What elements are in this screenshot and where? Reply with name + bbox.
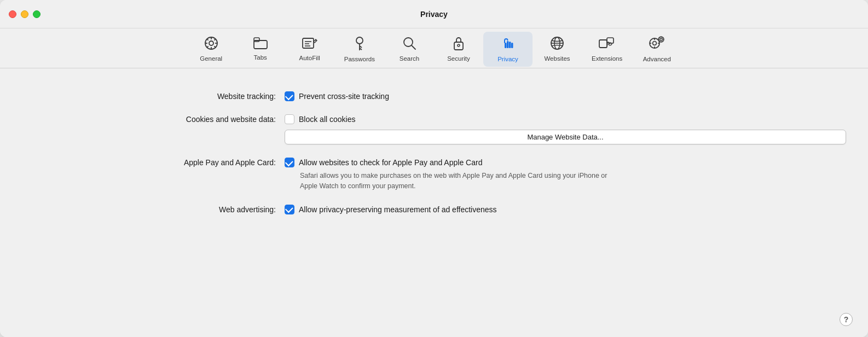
svg-line-9 bbox=[207, 46, 209, 48]
maximize-button[interactable] bbox=[33, 10, 40, 18]
tab-advanced-label: Advanced bbox=[643, 56, 671, 62]
tab-tabs-label: Tabs bbox=[254, 54, 267, 61]
tab-autofill[interactable]: AutoFill bbox=[285, 33, 334, 66]
svg-rect-12 bbox=[303, 38, 314, 48]
svg-line-49 bbox=[659, 40, 661, 42]
svg-rect-28 bbox=[511, 43, 513, 48]
advanced-icon bbox=[648, 35, 666, 54]
tab-privacy[interactable]: Privacy bbox=[483, 32, 533, 67]
cookies-label: Cookies and website data: bbox=[0, 114, 285, 124]
web-advertising-checkbox[interactable] bbox=[285, 205, 294, 214]
tab-security[interactable]: Security bbox=[434, 32, 483, 66]
apple-pay-description: Safari allows you to make purchases on t… bbox=[285, 171, 613, 191]
prevent-tracking-wrapper: Prevent cross-site tracking bbox=[285, 91, 846, 101]
web-advertising-wrapper: Allow privacy-preserving measurement of … bbox=[285, 205, 846, 214]
tab-extensions[interactable]: Extensions bbox=[582, 32, 632, 66]
svg-rect-25 bbox=[505, 43, 507, 48]
help-button[interactable]: ? bbox=[840, 313, 853, 326]
tab-tabs[interactable]: Tabs bbox=[236, 33, 285, 65]
safari-preferences-window: Privacy General bbox=[0, 0, 868, 337]
svg-point-1 bbox=[209, 41, 213, 45]
block-cookies-wrapper: Block all cookies bbox=[285, 114, 846, 124]
autofill-icon bbox=[302, 36, 318, 53]
cookies-control: Block all cookies Manage Website Data... bbox=[285, 114, 846, 144]
tab-passwords[interactable]: Passwords bbox=[334, 32, 385, 67]
web-advertising-control: Allow privacy-preserving measurement of … bbox=[285, 205, 846, 214]
web-advertising-row: Web advertising: Allow privacy-preservin… bbox=[0, 198, 868, 221]
passwords-icon bbox=[354, 35, 366, 54]
website-tracking-label: Website tracking: bbox=[0, 91, 285, 101]
tab-security-label: Security bbox=[447, 55, 470, 62]
general-icon bbox=[204, 36, 219, 53]
titlebar: Privacy bbox=[0, 0, 868, 28]
website-tracking-row: Website tracking: Prevent cross-site tra… bbox=[0, 85, 868, 108]
svg-line-22 bbox=[412, 45, 415, 49]
manage-website-data-button[interactable]: Manage Website Data... bbox=[285, 130, 846, 144]
svg-line-47 bbox=[662, 40, 663, 42]
website-tracking-control: Prevent cross-site tracking bbox=[285, 91, 846, 101]
tab-search[interactable]: Search bbox=[385, 32, 434, 66]
apple-pay-wrapper: Allow websites to check for Apple Pay an… bbox=[285, 158, 846, 167]
tab-privacy-label: Privacy bbox=[497, 56, 518, 62]
window-title: Privacy bbox=[420, 10, 448, 19]
content-area: Website tracking: Prevent cross-site tra… bbox=[0, 68, 868, 337]
websites-icon bbox=[549, 36, 565, 53]
cookies-row: Cookies and website data: Block all cook… bbox=[0, 108, 868, 151]
tab-extensions-label: Extensions bbox=[592, 55, 622, 62]
apple-pay-checkbox[interactable] bbox=[285, 158, 294, 167]
svg-rect-23 bbox=[454, 42, 463, 50]
apple-pay-label: Apple Pay and Apple Card: bbox=[0, 158, 285, 167]
web-advertising-label: Web advertising: bbox=[0, 205, 285, 214]
tab-search-label: Search bbox=[400, 55, 419, 62]
svg-rect-32 bbox=[599, 40, 607, 48]
web-advertising-text: Allow privacy-preserving measurement of … bbox=[299, 205, 497, 214]
apple-pay-row: Apple Pay and Apple Card: Allow websites… bbox=[0, 151, 868, 198]
svg-line-48 bbox=[662, 38, 663, 39]
tab-passwords-label: Passwords bbox=[344, 56, 375, 62]
toolbar: General Tabs A bbox=[0, 28, 868, 68]
apple-pay-control: Allow websites to check for Apple Pay an… bbox=[285, 158, 846, 191]
tab-websites[interactable]: Websites bbox=[533, 32, 582, 66]
svg-rect-27 bbox=[509, 42, 511, 48]
apple-pay-text: Allow websites to check for Apple Pay an… bbox=[299, 158, 482, 167]
close-button[interactable] bbox=[9, 10, 16, 18]
svg-point-41 bbox=[660, 38, 662, 40]
tabs-icon bbox=[253, 37, 268, 52]
svg-line-7 bbox=[214, 46, 216, 48]
svg-point-17 bbox=[356, 37, 363, 44]
svg-point-35 bbox=[653, 42, 657, 45]
block-cookies-text: Block all cookies bbox=[299, 115, 356, 124]
privacy-icon bbox=[500, 35, 516, 54]
prevent-tracking-text: Prevent cross-site tracking bbox=[299, 92, 389, 101]
search-icon bbox=[402, 36, 417, 53]
svg-line-46 bbox=[659, 38, 661, 39]
block-cookies-checkbox[interactable] bbox=[285, 114, 294, 124]
traffic-lights bbox=[9, 10, 40, 18]
tab-general-label: General bbox=[200, 55, 222, 62]
svg-rect-26 bbox=[507, 41, 509, 48]
extensions-icon bbox=[598, 36, 616, 53]
svg-line-6 bbox=[207, 39, 209, 40]
tab-websites-label: Websites bbox=[544, 55, 570, 62]
tab-general[interactable]: General bbox=[187, 32, 236, 66]
security-icon bbox=[452, 36, 465, 53]
svg-line-8 bbox=[214, 39, 216, 40]
tab-advanced[interactable]: Advanced bbox=[632, 32, 681, 67]
minimize-button[interactable] bbox=[21, 10, 28, 18]
svg-point-24 bbox=[458, 44, 460, 47]
prevent-tracking-checkbox[interactable] bbox=[285, 91, 294, 101]
tab-autofill-label: AutoFill bbox=[299, 55, 320, 61]
